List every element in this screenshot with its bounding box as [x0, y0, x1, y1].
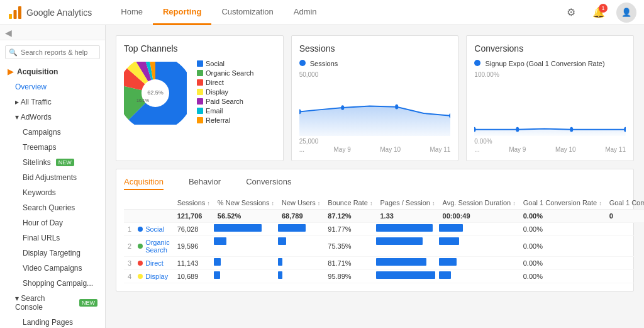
channel-direct[interactable]: Direct	[138, 259, 170, 267]
main-layout: ◀ 🔍 ▶ Acquisition Overview ▸ All Traffic…	[0, 25, 644, 328]
top-channels-card: Top Channels	[116, 35, 284, 161]
col-sessions: Sessions ↑	[174, 196, 214, 210]
conversions-title: Conversions	[474, 43, 626, 54]
col-new-users: New Users ↕	[278, 196, 324, 210]
total-g1-rate: 0.00%	[519, 210, 606, 223]
col-num	[124, 196, 134, 210]
conv-y-top: 100.00%	[474, 71, 626, 78]
sidebar-item-treemaps[interactable]: Treemaps	[0, 140, 105, 155]
channel-display[interactable]: Display	[138, 273, 170, 280]
table-row: 3 Direct 11,143 81.71%	[124, 257, 644, 270]
sidebar-item-campaigns[interactable]: Campaigns	[0, 125, 105, 140]
main-nav: Home Reporting Customization Admin	[111, 0, 326, 25]
sidebar-item-keywords[interactable]: Keywords	[0, 185, 105, 200]
sidebar-item-acquisition[interactable]: ▶ Acquisition	[0, 64, 105, 79]
group-conversions[interactable]: Conversions	[246, 177, 291, 190]
col-pages-session: Pages / Session ↕	[376, 196, 438, 210]
sidebar-item-sitelinks[interactable]: Sitelinks NEW	[0, 155, 105, 170]
svg-rect-0	[9, 14, 12, 19]
top-channels-title: Top Channels	[124, 43, 275, 54]
logo-area: Google Analytics	[8, 5, 92, 20]
svg-rect-1	[14, 10, 17, 19]
search-input[interactable]	[5, 45, 100, 59]
sessions-chart-svg	[299, 79, 451, 136]
pie-container: 62.5% 16.1% Social Organic Search Direct…	[124, 60, 275, 126]
sidebar-item-shopping[interactable]: Shopping Campaig...	[0, 276, 105, 291]
svg-point-16	[516, 127, 519, 132]
total-g1-comp: 0	[606, 210, 644, 223]
col-g1-rate: Goal 1 Conversion Rate ↕	[519, 196, 606, 210]
notification-badge: 1	[599, 4, 608, 13]
sidebar: ◀ 🔍 ▶ Acquisition Overview ▸ All Traffic…	[0, 25, 106, 328]
table-total-row: 121,706 56.52% 68,789 87.12% 1.33 00:00:…	[124, 210, 644, 223]
channel-organic[interactable]: Organic Search	[138, 239, 170, 254]
nav-admin[interactable]: Admin	[284, 0, 327, 25]
sidebar-item-adwords[interactable]: ▾ AdWords	[0, 110, 105, 125]
total-pct-new: 56.52%	[214, 210, 278, 223]
nav-customization[interactable]: Customization	[211, 0, 283, 25]
sitelinks-new-badge: NEW	[56, 159, 74, 166]
sidebar-item-search-queries[interactable]: Search Queries	[0, 200, 105, 215]
col-channel	[134, 196, 174, 210]
col-g1-comp: Goal 1 Completion ↕	[606, 196, 644, 210]
sidebar-item-all-traffic[interactable]: ▸ All Traffic	[0, 94, 105, 110]
sidebar-item-display-targeting[interactable]: Display Targeting	[0, 246, 105, 261]
search-icon: 🔍	[9, 48, 18, 57]
sidebar-item-search-console[interactable]: ▾ Search Console NEW	[0, 291, 105, 315]
main-content: Top Channels	[106, 25, 644, 328]
sessions-card: Sessions Sessions 50,000	[291, 35, 459, 161]
svg-point-17	[570, 127, 573, 132]
col-bounce-rate: Bounce Rate ↕	[324, 196, 376, 210]
conversions-x-labels: ... May 9 May 10 May 11	[474, 146, 626, 153]
sidebar-item-video-campaigns[interactable]: Video Campaigns	[0, 261, 105, 276]
conversions-legend-dot	[474, 60, 480, 66]
nav-home[interactable]: Home	[111, 0, 153, 25]
top-nav: Google Analytics Home Reporting Customiz…	[0, 0, 644, 25]
pie-center-pct: 62.5%	[147, 89, 164, 96]
sessions-title: Sessions	[299, 43, 451, 54]
conversions-chart-svg	[474, 79, 626, 136]
pie-legend: Social Organic Search Direct Display Pai…	[197, 60, 253, 126]
sessions-legend-label: Sessions	[310, 60, 338, 67]
adwords-label: ▾ AdWords	[15, 113, 52, 122]
conversions-legend-label: Signup Expo (Goal 1 Conversion Rate)	[485, 60, 604, 67]
sidebar-item-bid-adj[interactable]: Bid Adjustments	[0, 170, 105, 185]
charts-row: Top Channels	[116, 35, 634, 161]
total-duration: 00:00:49	[439, 210, 519, 223]
sessions-y-bottom: 25,000	[299, 138, 451, 145]
data-table-section: Acquisition Behavior Conversions Session…	[116, 169, 634, 291]
sidebar-item-overview[interactable]: Overview	[0, 79, 105, 94]
group-behavior[interactable]: Behavior	[189, 177, 221, 190]
notifications-button[interactable]: 🔔 1	[589, 3, 609, 23]
sidebar-collapse-btn[interactable]: ◀	[0, 25, 105, 40]
overview-label: Overview	[15, 82, 47, 91]
all-traffic-label: ▸ All Traffic	[15, 98, 52, 106]
total-pages: 1.33	[376, 210, 438, 223]
sessions-x-labels: ... May 9 May 10 May 11	[299, 146, 451, 153]
ga-logo-icon	[8, 5, 23, 20]
acquisition-icon: ▶	[8, 67, 13, 76]
total-bounce: 87.12%	[324, 210, 376, 223]
acquisition-label: Acquisition	[17, 67, 58, 76]
svg-point-12	[341, 105, 344, 110]
total-sessions: 121,706	[174, 210, 214, 223]
pie-small-pct: 16.1%	[136, 98, 149, 103]
sidebar-item-hour-of-day[interactable]: Hour of Day	[0, 215, 105, 230]
user-avatar[interactable]: 👤	[616, 3, 636, 23]
sessions-y-top: 50,000	[299, 71, 451, 78]
data-table: Sessions ↑ % New Sessions ↕ New Users ↕ …	[124, 196, 644, 283]
table-row: 1 Social 76,028 91.77%	[124, 223, 644, 236]
data-group-headers: Acquisition Behavior Conversions	[124, 177, 626, 190]
nav-icons: ⚙ 🔔 1 👤	[561, 3, 636, 23]
group-acquisition[interactable]: Acquisition	[124, 177, 164, 190]
table-header-row: Sessions ↑ % New Sessions ↕ New Users ↕ …	[124, 196, 644, 210]
sidebar-item-landing-pages[interactable]: Landing Pages	[0, 315, 105, 328]
app-title: Google Analytics	[26, 8, 92, 18]
channel-social[interactable]: Social	[138, 225, 170, 233]
conv-y-bottom: 0.00%	[474, 138, 626, 145]
sessions-legend-dot	[299, 60, 306, 66]
settings-button[interactable]: ⚙	[561, 3, 581, 23]
table-row: 4 Display 10,689 95.89%	[124, 270, 644, 283]
sidebar-item-final-urls[interactable]: Final URLs	[0, 230, 105, 246]
nav-reporting[interactable]: Reporting	[153, 0, 211, 25]
